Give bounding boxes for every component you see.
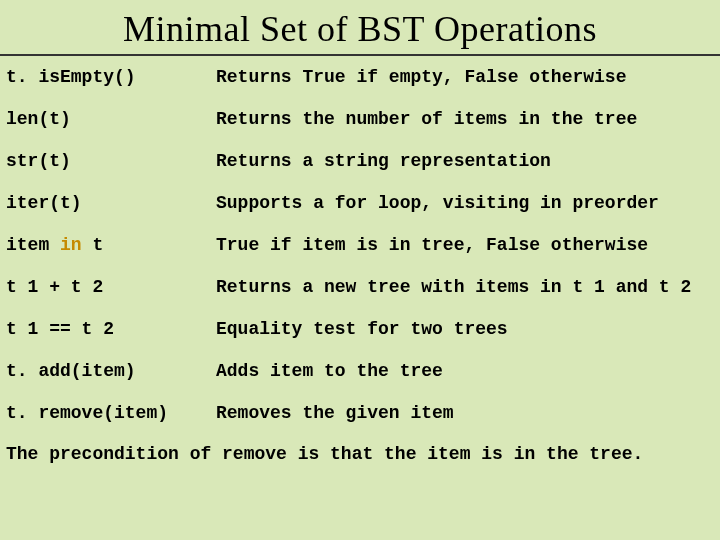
description-cell: Returns the number of items in the tree [216,109,712,129]
table-row: len(t) Returns the number of items in th… [0,98,720,140]
operation-cell: item in t [6,235,216,255]
description-cell: Returns a string representation [216,151,712,171]
table-row: t. isEmpty() Returns True if empty, Fals… [0,56,720,98]
description-cell: Returns True if empty, False otherwise [216,67,712,87]
operation-cell: t. remove(item) [6,403,216,423]
description-cell: Equality test for two trees [216,319,712,339]
operations-table: t. isEmpty() Returns True if empty, Fals… [0,56,720,434]
description-cell: Removes the given item [216,403,712,423]
operation-cell: t 1 + t 2 [6,277,216,297]
description-cell: True if item is in tree, False otherwise [216,235,712,255]
operation-cell: iter(t) [6,193,216,213]
description-cell: Returns a new tree with items in t 1 and… [216,277,712,297]
footer-note: The precondition of remove is that the i… [0,434,720,474]
operation-cell: str(t) [6,151,216,171]
table-row: item in t True if item is in tree, False… [0,224,720,266]
table-row: str(t) Returns a string representation [0,140,720,182]
operation-cell: len(t) [6,109,216,129]
table-row: t. remove(item) Removes the given item [0,392,720,434]
description-cell: Supports a for loop, visiting in preorde… [216,193,712,213]
table-row: t 1 + t 2 Returns a new tree with items … [0,266,720,308]
slide-title: Minimal Set of BST Operations [0,0,720,56]
operation-cell: t. isEmpty() [6,67,216,87]
table-row: t. add(item) Adds item to the tree [0,350,720,392]
table-row: iter(t) Supports a for loop, visiting in… [0,182,720,224]
operation-cell: t 1 == t 2 [6,319,216,339]
description-cell: Adds item to the tree [216,361,712,381]
table-row: t 1 == t 2 Equality test for two trees [0,308,720,350]
operation-cell: t. add(item) [6,361,216,381]
